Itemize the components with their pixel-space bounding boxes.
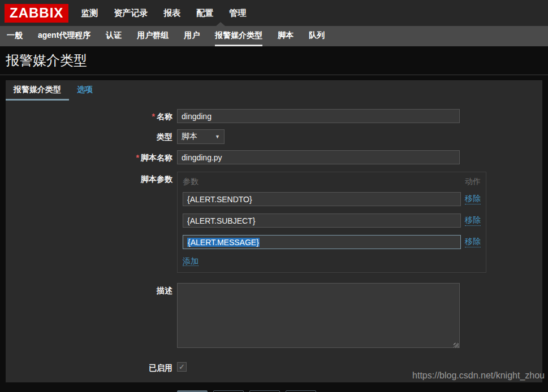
name-label: 名称	[157, 112, 172, 121]
menu-item-administration[interactable]: 管理	[229, 8, 246, 19]
tab-options[interactable]: 选项	[69, 80, 101, 101]
subnav-item-authentication[interactable]: 认证	[106, 26, 122, 46]
type-label: 类型	[157, 132, 172, 141]
required-asterisk: *	[136, 153, 139, 162]
type-select-value: 脚本	[182, 132, 197, 142]
zabbix-logo[interactable]: ZABBIX	[5, 4, 68, 23]
subnav-item-scripts[interactable]: 脚本	[278, 26, 294, 46]
remove-link[interactable]: 移除	[465, 194, 481, 204]
param-column-header: 参数	[183, 177, 199, 187]
description-textarea[interactable]	[177, 283, 460, 348]
menu-item-configuration[interactable]: 配置	[196, 8, 213, 19]
menu-item-inventory[interactable]: 资产记录	[114, 8, 148, 19]
subnav-item-proxies[interactable]: agent代理程序	[38, 26, 90, 46]
script-params-label: 脚本参数	[141, 175, 172, 184]
param-input-subject[interactable]	[183, 214, 461, 228]
form-row-description: 描述	[6, 283, 542, 350]
subnav-item-queue[interactable]: 队列	[309, 26, 325, 46]
media-type-form: *名称 类型 脚本 ▼ *脚本名称	[6, 101, 542, 392]
script-name-label: 脚本名称	[141, 153, 172, 162]
param-input-sendto[interactable]	[183, 192, 461, 206]
name-input[interactable]	[177, 109, 460, 123]
add-param-link[interactable]: 添加	[183, 256, 199, 266]
tab-bar: 报警媒介类型 选项	[6, 80, 542, 101]
checkmark-icon: ✓	[179, 363, 185, 371]
sub-nav: 一般 agent代理程序 认证 用户群组 用户 报警媒介类型 脚本 队列	[0, 26, 548, 46]
enabled-label: 已启用	[149, 363, 172, 372]
main-menu: 监测 资产记录 报表 配置 管理	[81, 8, 246, 19]
selected-text: {ALERT.MESSAGE}	[187, 238, 260, 247]
param-row-subject: 移除	[183, 214, 481, 228]
param-row-message: {ALERT.MESSAGE} 移除	[183, 235, 481, 249]
chevron-down-icon: ▼	[215, 134, 220, 140]
header-divider	[0, 75, 548, 75]
subnav-item-media-types[interactable]: 报警媒介类型	[215, 26, 262, 46]
tab-media-type[interactable]: 报警媒介类型	[6, 80, 69, 101]
remove-link[interactable]: 移除	[465, 215, 481, 226]
active-menu-pointer-icon	[216, 22, 225, 26]
script-params-header: 参数 动作	[183, 177, 481, 187]
form-row-script-name: *脚本名称	[6, 150, 542, 164]
subnav-item-user-groups[interactable]: 用户群组	[137, 26, 169, 46]
menu-item-reports[interactable]: 报表	[163, 8, 180, 19]
media-type-panel: 报警媒介类型 选项 *名称 类型 脚本 ▼ *脚本名称	[6, 80, 542, 382]
form-row-type: 类型 脚本 ▼	[6, 129, 542, 144]
required-asterisk: *	[152, 112, 155, 121]
form-row-buttons: 更新 克隆 删除 取消	[6, 380, 542, 392]
page-header: 报警媒介类型	[0, 52, 548, 69]
form-row-name: *名称	[6, 109, 542, 123]
param-row-sendto: 移除	[183, 192, 481, 206]
script-name-input[interactable]	[177, 150, 460, 164]
page-title: 报警媒介类型	[6, 52, 548, 69]
subnav-item-users[interactable]: 用户	[184, 26, 200, 46]
action-column-header: 动作	[465, 177, 481, 187]
param-input-message[interactable]: {ALERT.MESSAGE}	[183, 235, 461, 249]
description-label: 描述	[157, 286, 172, 295]
top-bar: ZABBIX 监测 资产记录 报表 配置 管理	[0, 0, 548, 26]
watermark: https://blog.csdn.net/knight_zhou	[412, 371, 545, 381]
enabled-checkbox[interactable]: ✓	[177, 362, 187, 372]
menu-item-monitoring[interactable]: 监测	[81, 8, 98, 19]
subnav-item-general[interactable]: 一般	[7, 26, 23, 46]
type-select[interactable]: 脚本 ▼	[177, 129, 225, 144]
remove-link[interactable]: 移除	[465, 237, 481, 247]
form-row-script-params: 脚本参数 参数 动作 移除 移除	[6, 172, 542, 273]
script-params-table: 参数 动作 移除 移除 {ALERT.MESSAGE}	[177, 172, 486, 273]
